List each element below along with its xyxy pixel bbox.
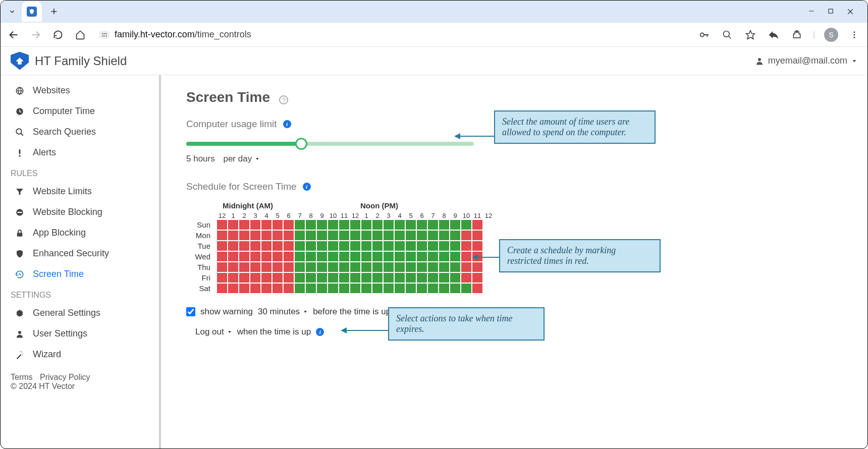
info-icon[interactable]: i [303,183,311,191]
schedule-cell[interactable] [361,283,372,294]
sidebar-item-wizard[interactable]: Wizard [1,344,159,365]
schedule-cell[interactable] [339,262,350,272]
schedule-cell[interactable] [316,272,328,283]
schedule-cell[interactable] [472,272,483,283]
schedule-cell[interactable] [439,241,450,251]
maximize-button[interactable] [827,8,834,16]
action-dropdown[interactable]: Log out [195,327,232,337]
schedule-cell[interactable] [283,251,294,262]
schedule-cell[interactable] [427,283,439,294]
schedule-cell[interactable] [427,241,439,251]
slider-thumb[interactable] [295,138,307,150]
schedule-cell[interactable] [305,272,316,283]
schedule-cell[interactable] [383,251,394,262]
schedule-cell[interactable] [283,272,294,283]
schedule-cell[interactable] [294,219,305,230]
schedule-cell[interactable] [416,241,427,251]
schedule-cell[interactable] [261,272,272,283]
schedule-cell[interactable] [328,251,339,262]
schedule-cell[interactable] [328,262,339,272]
schedule-cell[interactable] [316,283,328,294]
info-icon[interactable]: i [283,120,291,128]
active-tab[interactable] [22,2,42,22]
schedule-cell[interactable] [228,272,239,283]
schedule-cell[interactable] [216,230,228,241]
schedule-cell[interactable] [394,262,405,272]
schedule-cell[interactable] [239,241,250,251]
schedule-cell[interactable] [394,283,405,294]
schedule-cell[interactable] [339,230,350,241]
schedule-cell[interactable] [328,241,339,251]
schedule-cell[interactable] [394,230,405,241]
warning-checkbox[interactable] [186,307,195,316]
schedule-cell[interactable] [261,262,272,272]
schedule-cell[interactable] [350,230,361,241]
schedule-cell[interactable] [472,230,483,241]
schedule-cell[interactable] [216,272,228,283]
schedule-cell[interactable] [239,262,250,272]
schedule-cell[interactable] [350,262,361,272]
schedule-cell[interactable] [294,283,305,294]
schedule-cell[interactable] [427,251,439,262]
schedule-cell[interactable] [305,219,316,230]
schedule-cell[interactable] [272,262,283,272]
help-icon[interactable]: ? [279,95,288,104]
schedule-cell[interactable] [372,283,383,294]
schedule-cell[interactable] [239,219,250,230]
schedule-cell[interactable] [416,219,427,230]
schedule-cell[interactable] [216,283,228,294]
url-bar[interactable]: family.ht-vector.com/time_controls [115,29,251,40]
schedule-cell[interactable] [350,283,361,294]
schedule-cell[interactable] [272,230,283,241]
site-settings-icon[interactable] [99,31,110,39]
schedule-cell[interactable] [416,230,427,241]
schedule-cell[interactable] [405,251,416,262]
schedule-cell[interactable] [216,241,228,251]
schedule-cell[interactable] [283,241,294,251]
schedule-cell[interactable] [427,262,439,272]
schedule-cell[interactable] [294,230,305,241]
schedule-cell[interactable] [228,241,239,251]
schedule-cell[interactable] [339,251,350,262]
schedule-cell[interactable] [250,219,261,230]
schedule-cell[interactable] [361,219,372,230]
schedule-cell[interactable] [461,241,472,251]
schedule-cell[interactable] [383,219,394,230]
profile-avatar[interactable]: S [824,28,838,42]
schedule-cell[interactable] [439,272,450,283]
sidebar-item-websites[interactable]: Websites [1,80,159,101]
schedule-cell[interactable] [350,219,361,230]
schedule-cell[interactable] [216,262,228,272]
schedule-cell[interactable] [472,219,483,230]
schedule-cell[interactable] [450,283,461,294]
schedule-cell[interactable] [383,241,394,251]
usage-slider[interactable] [186,142,474,146]
schedule-cell[interactable] [361,230,372,241]
schedule-cell[interactable] [261,251,272,262]
schedule-cell[interactable] [272,251,283,262]
forward-button[interactable] [29,28,43,42]
schedule-cell[interactable] [294,251,305,262]
schedule-cell[interactable] [427,230,439,241]
schedule-cell[interactable] [405,241,416,251]
schedule-cell[interactable] [416,283,427,294]
schedule-cell[interactable] [283,283,294,294]
schedule-cell[interactable] [472,283,483,294]
schedule-cell[interactable] [361,272,372,283]
sidebar-item-computer-time[interactable]: Computer Time [1,101,159,122]
schedule-cell[interactable] [228,230,239,241]
schedule-cell[interactable] [239,251,250,262]
schedule-cell[interactable] [339,272,350,283]
schedule-cell[interactable] [239,272,250,283]
schedule-cell[interactable] [372,241,383,251]
schedule-cell[interactable] [228,262,239,272]
sidebar-item-search-queries[interactable]: Search Queries [1,122,159,142]
schedule-cell[interactable] [272,219,283,230]
schedule-cell[interactable] [439,219,450,230]
privacy-link[interactable]: Privacy Policy [40,373,90,381]
schedule-cell[interactable] [250,251,261,262]
reply-arrow-icon[interactable] [767,28,781,42]
schedule-cell[interactable] [450,241,461,251]
schedule-cell[interactable] [461,219,472,230]
schedule-cell[interactable] [239,283,250,294]
